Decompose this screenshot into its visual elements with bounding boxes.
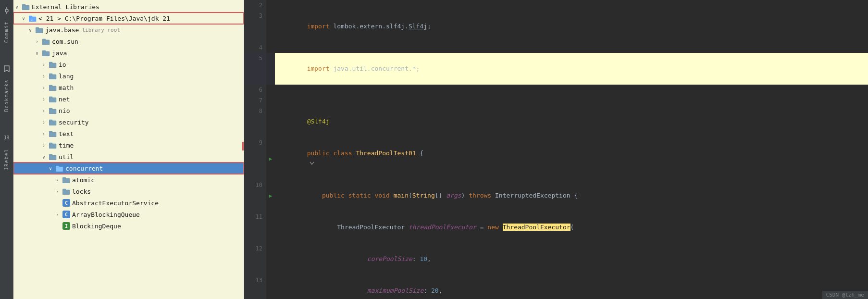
svg-rect-35 — [62, 177, 66, 179]
folder-math-icon — [49, 84, 57, 91]
svg-rect-3 — [22, 5, 29, 10]
folder-net-icon — [49, 95, 57, 103]
svg-rect-18 — [49, 86, 56, 91]
tree-item-java[interactable]: ∨ java — [13, 47, 244, 59]
code-line-5: 5 import java.util.concurrent.*; — [244, 53, 868, 85]
arrow-io: › — [42, 62, 49, 67]
tree-item-jdk-path[interactable]: ∨ ☕ < 21 > C:\Program Files\Java\jdk-21 — [13, 12, 244, 24]
line-content-4 — [275, 42, 868, 53]
arrow-util: ∨ — [42, 154, 49, 160]
line-content-3: import lombok.extern.slf4j.Slf4j; — [275, 11, 868, 42]
svg-rect-31 — [49, 154, 52, 156]
tree-label-time: time — [59, 142, 74, 149]
svg-rect-27 — [49, 131, 52, 133]
svg-rect-16 — [49, 75, 56, 79]
tree-item-java-base[interactable]: ∨ java.base library root — [13, 24, 244, 36]
folder-locks-icon — [62, 187, 70, 195]
line-num-10: 10 — [244, 180, 266, 212]
line-num-5: 5 — [244, 53, 266, 85]
line-content-7 — [275, 95, 868, 106]
tree-item-abstract-executor[interactable]: C AbstractExecutorService — [13, 197, 244, 209]
svg-rect-22 — [49, 109, 56, 114]
tree-item-io[interactable]: › io — [13, 59, 244, 70]
tree-item-net[interactable]: › net — [13, 93, 244, 105]
arrow-java-base: ∨ — [29, 27, 36, 33]
gutter-2 — [266, 0, 275, 11]
line-content-6 — [275, 85, 868, 95]
svg-rect-32 — [56, 167, 63, 172]
tree-item-com-sun[interactable]: › com.sun — [13, 36, 244, 47]
tree-item-math[interactable]: › math — [13, 82, 244, 93]
folder-java-base-icon — [36, 26, 43, 34]
folder-jdk-icon: ☕ — [29, 14, 37, 22]
jrebel-label: JRebel — [4, 149, 9, 170]
tree-item-array-blocking-queue[interactable]: › C ArrayBlockingQueue — [13, 209, 244, 220]
tree-label-net: net — [59, 96, 70, 103]
line-content-11: ThreadPoolExecutor threadPoolExecutor = … — [275, 212, 868, 243]
arrow-nio: › — [42, 108, 49, 113]
tree-item-blocking-deque[interactable]: I BlockingDeque — [13, 220, 244, 232]
svg-rect-11 — [42, 39, 46, 40]
arrow-locks: › — [56, 189, 62, 194]
line-content-5: import java.util.concurrent.*; — [275, 53, 868, 85]
tree-label-library-root: library root — [82, 27, 120, 33]
gutter-5 — [266, 53, 275, 85]
folder-java-icon — [42, 49, 50, 57]
arrow-external-libraries: ∨ — [15, 4, 22, 10]
line-num-12: 12 — [244, 243, 266, 275]
gutter-10[interactable]: ▶ — [266, 180, 275, 212]
tree-item-time[interactable]: › time — [13, 139, 244, 151]
tree-item-atomic[interactable]: › atomic — [13, 174, 244, 186]
interface-i-icon: I — [62, 222, 70, 230]
folder-io-icon — [49, 61, 57, 68]
commit-label: Commit — [4, 21, 9, 43]
tree-item-text[interactable]: › text — [13, 128, 244, 139]
annotation-slf4j: @Slf4j — [307, 118, 330, 125]
folder-com-sun-icon — [42, 37, 50, 45]
tree-item-lang[interactable]: › lang — [13, 70, 244, 82]
code-line-10: 10 ▶ public static void main(String[] ar… — [244, 180, 868, 212]
arrow-text: › — [42, 131, 49, 137]
tree-label-java: java — [52, 50, 67, 57]
tree-item-util[interactable]: ∨ util — [13, 151, 244, 162]
tree-item-nio[interactable]: › nio — [13, 105, 244, 116]
svg-rect-23 — [49, 108, 52, 110]
svg-rect-34 — [62, 178, 70, 183]
gutter-9[interactable]: ▶ — [266, 137, 275, 180]
svg-rect-30 — [49, 155, 56, 160]
import-kw-3: import — [307, 23, 330, 30]
tree-item-locks[interactable]: › locks — [13, 186, 244, 197]
tree-item-external-libraries[interactable]: ∨ External Libraries — [13, 1, 244, 12]
tree-label-concurrent: concurrent — [65, 165, 103, 172]
gutter-4 — [266, 42, 275, 53]
svg-rect-15 — [49, 62, 52, 63]
tree-label-nio: nio — [59, 107, 70, 114]
line-num-3: 3 — [244, 11, 266, 42]
line-content-12: corePoolSize: 10, — [275, 243, 868, 275]
line-num-13: 13 — [244, 275, 266, 299]
line-num-7: 7 — [244, 95, 266, 106]
line-num-2: 2 — [244, 0, 266, 11]
folder-time-icon — [49, 141, 57, 149]
svg-point-0 — [5, 9, 8, 12]
tree-item-concurrent[interactable]: ∨ concurrent — [13, 162, 244, 174]
tree-label-atomic: atomic — [72, 176, 95, 184]
run-btn-10[interactable]: ▶ — [269, 193, 273, 199]
gutter-8 — [266, 106, 275, 137]
line-content-2 — [275, 0, 868, 11]
tree-item-security[interactable]: › security — [13, 116, 244, 128]
bookmarks-icon[interactable] — [1, 63, 12, 75]
run-btn-9[interactable]: ▶ — [269, 156, 273, 162]
jrebel-icon[interactable]: JR — [1, 132, 12, 144]
tree-label-util: util — [59, 153, 74, 161]
tree-label-io: io — [59, 61, 66, 68]
folder-concurrent-icon — [56, 164, 63, 172]
thread-pool-executor-highlight: ThreadPoolExecutor — [503, 224, 570, 231]
svg-rect-24 — [49, 121, 56, 125]
commit-icon[interactable] — [1, 5, 12, 16]
folder-security-icon — [49, 118, 57, 126]
svg-rect-4 — [22, 4, 25, 6]
code-line-3: 3 import lombok.extern.slf4j.Slf4j; — [244, 11, 868, 42]
svg-rect-26 — [49, 132, 56, 137]
svg-rect-29 — [49, 143, 52, 144]
